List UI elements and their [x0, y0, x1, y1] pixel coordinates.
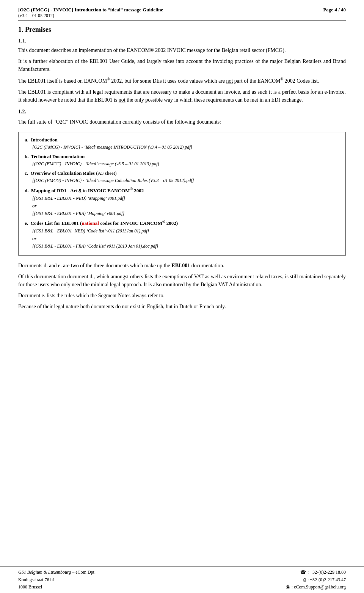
document-title: [O2C (FMCG) - INVOIC] Introduction to “i…: [18, 7, 163, 13]
box-e-sub2: [(GS1 B&L - EBL001 - FRA) ‘Code list’ v0…: [32, 243, 339, 250]
page-number: Page 4 / 40: [323, 7, 346, 13]
footer-address: GS1 Belgium & Luxembourg – eCom Dpt. Kon…: [18, 569, 96, 591]
document-version: (v3.4 – 01 05 2012): [18, 13, 163, 19]
box-e-sub1: [(GS1 B&L - EBL001 -NED) ‘Code list’ v01…: [32, 227, 339, 235]
footer-contact: ☎ : +32-(0)2-229.18.80 ⎙ : +32-(0)2-217.…: [286, 569, 346, 591]
box-item-d: d. Mapping of RD1 - Art.5 to INVOIC EANC…: [25, 186, 339, 217]
para-7: Of this documentation document d., which…: [18, 273, 346, 289]
header-title-block: [O2C (FMCG) - INVOIC] Introduction to “i…: [18, 7, 163, 19]
box-d-label: d. Mapping of RD1 - Art.5 to INVOIC EANC…: [25, 188, 144, 193]
para-4: The EBL001 is compliant with all legal r…: [18, 88, 346, 104]
section-1-2-number: 1.2.: [18, 108, 346, 116]
section-1-1-number: 1.1.: [18, 37, 346, 45]
footer-org-name: GS1 Belgium & Luxembourg: [18, 569, 71, 575]
box-item-a: a. Introduction [O2C (FMCG) - INVOIC] - …: [25, 136, 339, 151]
section1-heading: 1. Premises: [18, 26, 346, 34]
footer-org2: – eCom Dpt.: [71, 569, 96, 575]
para-6: Documents d. and e. are two of the three…: [18, 262, 346, 270]
box-d-sub2: [(GS1 B&L - EBL001 - FRA) ‘Mapping’ v001…: [32, 210, 339, 217]
box-item-e: e. Codes List for EBL001 (national codes…: [25, 219, 339, 250]
box-d-or: or: [32, 202, 339, 210]
box-c-sub: [(O2C (FMCG) - INVOIC) - ‘Ideal’ message…: [32, 177, 339, 184]
box-d-sub1: [(GS1 B&L - EBL001 - NED) ‘Mapping’ v001…: [32, 195, 339, 202]
para-1: This document describes an implementatio…: [18, 46, 346, 54]
email-address: : eCom.Support@gs1belu.org: [292, 584, 346, 591]
documents-box: a. Introduction [O2C (FMCG) - INVOIC] - …: [18, 132, 346, 256]
footer-email-row: 🖶 : eCom.Support@gs1belu.org: [286, 584, 346, 591]
para-8: Document e. lists the rules which the Se…: [18, 292, 346, 300]
box-item-b: b. Technical Documentation [(O2C (FMCG) …: [25, 153, 339, 168]
para-5: The full suite of “O2C” INVOIC documenta…: [18, 118, 346, 126]
box-e-label: e. Codes List for EBL001 (national codes…: [25, 220, 178, 226]
box-b-label: b. Technical Documentation: [25, 154, 85, 159]
box-b-sub: [(O2C (FMCG) - INVOIC) - ‘Ideal’ message…: [32, 160, 339, 168]
box-item-c: c. Overview of Calculation Rules (A3 she…: [25, 169, 339, 185]
fax-number: : +32-(0)2-217.43.47: [308, 576, 346, 584]
page-header: [O2C (FMCG) - INVOIC] Introduction to “i…: [18, 7, 346, 20]
footer-phone-row: ☎ : +32-(0)2-229.18.80: [286, 569, 346, 576]
box-a-label: a. Introduction: [25, 137, 58, 143]
para-3: The EBL001 itself is based on EANCOM® 20…: [18, 76, 346, 85]
para-2: It is a further elaboration of the EBL00…: [18, 57, 346, 73]
footer-org: GS1 Belgium & Luxembourg – eCom Dpt.: [18, 569, 96, 576]
footer-address1: Koningsstraat 76 b1: [18, 576, 96, 584]
national-text: national: [82, 220, 99, 226]
box-c-label: c. Overview of Calculation Rules: [25, 170, 95, 176]
footer-fax-row: ⎙ : +32-(0)2-217.43.47: [286, 576, 346, 584]
box-a-sub: [O2C (FMCG) - INVOIC] - ‘Ideal’ message …: [32, 144, 339, 151]
fax-icon: ⎙: [303, 576, 306, 584]
box-c-label2: (A3 sheet): [95, 170, 117, 176]
footer-address2: 1000 Brussel: [18, 584, 96, 591]
printer-icon: 🖶: [286, 584, 290, 591]
box-e-or: or: [32, 235, 339, 243]
phone-number: : +32-(0)2-229.18.80: [308, 569, 346, 576]
phone-icon: ☎: [300, 569, 306, 576]
para-9: Because of their legal nature both docum…: [18, 303, 346, 311]
page-footer: GS1 Belgium & Luxembourg – eCom Dpt. Kon…: [0, 566, 364, 593]
